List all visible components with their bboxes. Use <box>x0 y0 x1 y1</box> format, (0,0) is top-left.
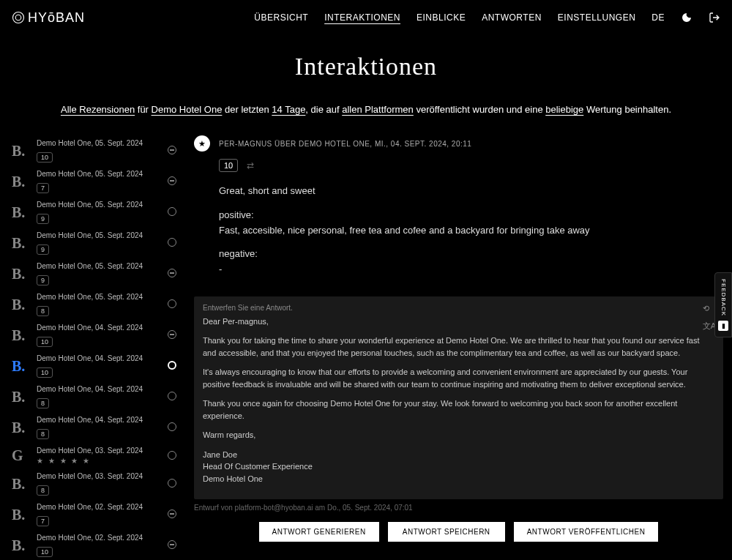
source-badge: B. <box>12 419 29 436</box>
source-badge: B. <box>12 476 29 493</box>
filter-bar: Alle Rezensionen für Demo Hotel One der … <box>0 104 732 115</box>
source-badge: B. <box>12 173 29 190</box>
logout-icon[interactable] <box>709 12 720 23</box>
status-icon <box>168 509 178 520</box>
nav-interactions[interactable]: INTERAKTIONEN <box>324 12 400 23</box>
feedback-tab[interactable]: FEEDBACK ▮ <box>714 272 732 337</box>
review-hotel-date: Demo Hotel One, 05. Sept. 2024 <box>37 201 160 209</box>
review-meta: Demo Hotel One, 03. Sept. 2024★ ★ ★ ★ ★ <box>37 447 160 465</box>
status-icon <box>168 146 178 156</box>
review-item[interactable]: B.Demo Hotel One, 04. Sept. 20248 <box>9 381 181 412</box>
review-title: Great, short and sweet <box>219 184 687 199</box>
review-item[interactable]: B.Demo Hotel One, 04. Sept. 20248 <box>9 412 181 443</box>
star-rating: ★ ★ ★ ★ ★ <box>37 457 160 465</box>
review-item[interactable]: B.Demo Hotel One, 05. Sept. 20249 <box>9 258 181 289</box>
source-badge: B. <box>12 507 29 523</box>
score-badge: 10 <box>37 367 53 378</box>
filter-hotel[interactable]: Demo Hotel One <box>152 104 223 115</box>
reply-panel[interactable]: ⟲ 文A Entwerfen Sie eine Antwort. Dear Pe… <box>194 296 723 500</box>
review-hotel-date: Demo Hotel One, 03. Sept. 2024 <box>37 447 160 455</box>
review-hotel-date: Demo Hotel One, 05. Sept. 2024 <box>37 170 160 178</box>
detail-score: 10 <box>219 159 238 172</box>
translate-icon[interactable]: ⇄ <box>247 160 254 171</box>
source-badge: B. <box>12 358 29 375</box>
review-text: Great, short and sweet positive:Fast, ac… <box>219 184 687 277</box>
feedback-icon: ▮ <box>718 321 728 331</box>
nav-overview[interactable]: ÜBERSICHT <box>254 12 308 23</box>
review-item[interactable]: B.Demo Hotel One, 02. Sept. 202410 <box>9 530 181 560</box>
svg-point-0 <box>13 12 24 23</box>
review-hotel-date: Demo Hotel One, 05. Sept. 2024 <box>37 139 160 147</box>
header: HYōBAN ÜBERSICHT INTERAKTIONEN EINBLICKE… <box>0 0 732 35</box>
status-icon <box>168 540 178 550</box>
review-item[interactable]: B.Demo Hotel One, 05. Sept. 20247 <box>9 166 181 197</box>
review-item[interactable]: B.Demo Hotel One, 05. Sept. 20249 <box>9 228 181 258</box>
page-title: Interaktionen <box>0 53 732 81</box>
status-icon <box>168 392 178 402</box>
review-hotel-date: Demo Hotel One, 04. Sept. 2024 <box>37 324 160 332</box>
review-hotel-date: Demo Hotel One, 04. Sept. 2024 <box>37 416 160 424</box>
score-badge: 9 <box>37 214 49 224</box>
generate-button[interactable]: ANTWORT GENERIEREN <box>259 522 379 542</box>
status-icon <box>168 176 178 187</box>
review-item[interactable]: B.Demo Hotel One, 05. Sept. 202410 <box>9 135 181 166</box>
review-item[interactable]: B.Demo Hotel One, 03. Sept. 20248 <box>9 468 181 499</box>
review-hotel-date: Demo Hotel One, 02. Sept. 2024 <box>37 503 160 511</box>
review-meta: Demo Hotel One, 02. Sept. 202410 <box>37 534 160 557</box>
review-meta: Demo Hotel One, 05. Sept. 20249 <box>37 231 160 255</box>
review-item[interactable]: B.Demo Hotel One, 05. Sept. 20248 <box>9 289 181 320</box>
review-meta: Demo Hotel One, 04. Sept. 20248 <box>37 385 160 408</box>
negative-label: negative: <box>219 248 258 259</box>
source-badge: B. <box>12 204 29 221</box>
source-badge: B. <box>12 143 29 160</box>
filter-platforms[interactable]: allen Plattformen <box>342 104 414 115</box>
review-hotel-date: Demo Hotel One, 04. Sept. 2024 <box>37 385 160 393</box>
score-badge: 8 <box>37 429 49 439</box>
dark-mode-icon[interactable] <box>681 12 692 23</box>
logo[interactable]: HYōBAN <box>12 10 85 26</box>
review-meta: Demo Hotel One, 05. Sept. 20249 <box>37 201 160 224</box>
save-button[interactable]: ANTWORT SPEICHERN <box>388 522 505 542</box>
reply-draft-label: Entwerfen Sie eine Antwort. <box>203 304 714 312</box>
score-badge: 8 <box>37 398 49 408</box>
review-item[interactable]: B.Demo Hotel One, 04. Sept. 202410 <box>9 320 181 351</box>
nav: ÜBERSICHT INTERAKTIONEN EINBLICKE ANTWOR… <box>254 12 720 23</box>
filter-rating[interactable]: beliebige <box>545 104 583 115</box>
status-icon <box>168 361 178 371</box>
source-badge: B. <box>12 235 29 252</box>
filter-days[interactable]: 14 Tage <box>272 104 305 115</box>
review-item[interactable]: B.Demo Hotel One, 02. Sept. 20247 <box>9 499 181 530</box>
score-badge: 7 <box>37 183 49 193</box>
score-badge: 10 <box>37 152 53 163</box>
status-icon <box>168 330 178 340</box>
nav-settings[interactable]: EINSTELLUNGEN <box>558 12 636 23</box>
detail-header: ★ PER-MAGNUS ÜBER DEMO HOTEL ONE, MI., 0… <box>194 135 723 152</box>
positive-label: positive: <box>219 209 254 220</box>
review-item[interactable]: B.Demo Hotel One, 04. Sept. 202410 <box>9 351 181 381</box>
publish-button[interactable]: ANTWORT VERÖFFENTLICHEN <box>514 522 659 542</box>
source-badge: B. <box>12 537 29 554</box>
review-hotel-date: Demo Hotel One, 03. Sept. 2024 <box>37 472 160 480</box>
feedback-label: FEEDBACK <box>720 279 727 316</box>
review-meta: Demo Hotel One, 02. Sept. 20247 <box>37 503 160 526</box>
review-meta: Demo Hotel One, 05. Sept. 20248 <box>37 293 160 316</box>
svg-point-1 <box>15 15 21 20</box>
review-meta: Demo Hotel One, 05. Sept. 20247 <box>37 170 160 193</box>
filter-all-reviews[interactable]: Alle Rezensionen <box>61 104 135 115</box>
nav-insights[interactable]: EINBLICKE <box>417 12 466 23</box>
nav-responses[interactable]: ANTWORTEN <box>482 12 542 23</box>
nav-language[interactable]: DE <box>651 12 665 23</box>
reply-body[interactable]: Dear Per-magnus, Thank you for taking th… <box>203 316 714 485</box>
review-meta: Demo Hotel One, 05. Sept. 202410 <box>37 139 160 163</box>
review-meta: Demo Hotel One, 04. Sept. 202410 <box>37 324 160 347</box>
review-item[interactable]: B.Demo Hotel One, 05. Sept. 20249 <box>9 197 181 228</box>
review-meta: Demo Hotel One, 05. Sept. 20249 <box>37 262 160 285</box>
score-badge: 10 <box>37 547 53 557</box>
review-hotel-date: Demo Hotel One, 05. Sept. 2024 <box>37 231 160 239</box>
content: B.Demo Hotel One, 05. Sept. 202410B.Demo… <box>0 135 732 560</box>
source-badge: B. <box>12 389 29 406</box>
button-row: ANTWORT GENERIEREN ANTWORT SPEICHERN ANT… <box>194 522 723 542</box>
source-badge: G <box>12 447 29 464</box>
review-item[interactable]: GDemo Hotel One, 03. Sept. 2024★ ★ ★ ★ ★ <box>9 443 181 468</box>
status-icon <box>168 299 178 310</box>
